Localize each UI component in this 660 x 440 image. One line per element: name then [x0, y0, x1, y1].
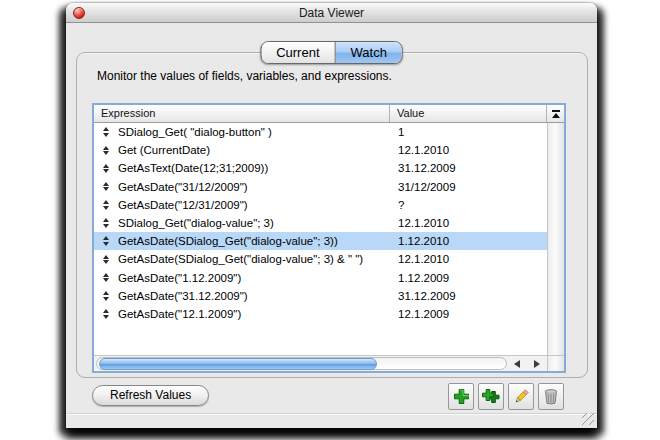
edit-expression-button[interactable] — [508, 383, 534, 410]
row-drag-icon[interactable] — [102, 146, 109, 156]
table-body: SDialog_Get( "dialog-button" ) 1 Get (Cu… — [94, 123, 547, 355]
add-multiple-expressions-button[interactable] — [478, 383, 504, 410]
table-row[interactable]: GetAsDate(SDialog_Get("dialog-value"; 3)… — [94, 232, 547, 250]
value-cell: 12.1.2010 — [398, 253, 547, 265]
row-drag-icon[interactable] — [102, 255, 109, 265]
value-cell: 1.12.2010 — [398, 235, 547, 247]
expression-cell: GetAsDate(SDialog_Get("dialog-value"; 3)… — [118, 235, 398, 247]
table-row[interactable]: GetAsText(Date(12;31;2009)) 31.12.2009 — [94, 159, 547, 177]
double-plus-icon — [482, 388, 501, 405]
expression-cell: GetAsDate("31/12/2009") — [118, 181, 398, 193]
data-viewer-window: Data Viewer Current Watch Monitor the va… — [66, 3, 597, 428]
plus-icon — [453, 388, 470, 405]
pencil-icon — [513, 388, 530, 405]
table-row[interactable]: GetAsDate("12.1.2009") 12.1.2009 — [94, 305, 547, 323]
expression-cell: GetAsText(Date(12;31;2009)) — [118, 162, 398, 174]
table-header: Expression Value — [94, 105, 564, 123]
table-row[interactable]: SDialog_Get("dialog-value"; 3) 12.1.2010 — [94, 214, 547, 232]
row-drag-icon[interactable] — [102, 127, 109, 137]
refresh-values-button[interactable]: Refresh Values — [92, 385, 209, 406]
column-header-expression[interactable]: Expression — [94, 105, 390, 122]
titlebar[interactable]: Data Viewer — [66, 3, 597, 23]
value-cell: ? — [398, 199, 547, 211]
scroll-left-button[interactable] — [507, 356, 527, 372]
tab-bar: Current Watch — [260, 41, 403, 64]
tab-watch[interactable]: Watch — [335, 42, 402, 63]
horizontal-scrollbar[interactable] — [94, 356, 507, 371]
row-drag-icon[interactable] — [102, 236, 109, 246]
scroll-right-button[interactable] — [527, 356, 547, 372]
value-cell: 1 — [398, 126, 547, 138]
add-expression-button[interactable] — [448, 383, 474, 410]
value-cell: 1.12.2009 — [398, 272, 547, 284]
column-header-value[interactable]: Value — [390, 105, 547, 122]
sort-corner-button[interactable] — [547, 105, 564, 122]
expression-cell: SDialog_Get( "dialog-button" ) — [118, 126, 398, 138]
trash-icon — [543, 388, 559, 405]
row-drag-icon[interactable] — [102, 200, 109, 210]
horizontal-scrollbar-row — [94, 355, 564, 371]
footer-divider — [66, 413, 597, 414]
table-row[interactable]: GetAsDate(SDialog_Get("dialog-value"; 3)… — [94, 250, 547, 268]
table-row[interactable]: GetAsDate("31.12.2009") 31.12.2009 — [94, 287, 547, 305]
value-cell: 12.1.2010 — [398, 144, 547, 156]
close-button[interactable] — [73, 7, 85, 19]
row-drag-icon[interactable] — [102, 182, 109, 192]
left-arrow-icon — [514, 360, 520, 368]
table-row[interactable]: GetAsDate("12/31/2009") ? — [94, 196, 547, 214]
value-cell: 31.12.2009 — [398, 162, 547, 174]
right-arrow-icon — [534, 360, 540, 368]
tab-current[interactable]: Current — [261, 42, 334, 63]
value-cell: 12.1.2009 — [398, 308, 547, 320]
expression-toolbar — [448, 383, 564, 410]
table-row[interactable]: GetAsDate("31/12/2009") 31/12/2009 — [94, 178, 547, 196]
row-drag-icon[interactable] — [102, 273, 109, 283]
expression-cell: SDialog_Get("dialog-value"; 3) — [118, 217, 398, 229]
sort-icon — [552, 110, 560, 118]
expression-cell: GetAsDate(SDialog_Get("dialog-value"; 3)… — [118, 253, 398, 265]
value-cell: 31/12/2009 — [398, 181, 547, 193]
row-drag-icon[interactable] — [102, 218, 109, 228]
expression-cell: GetAsDate("12/31/2009") — [118, 199, 398, 211]
value-cell: 12.1.2010 — [398, 217, 547, 229]
expression-cell: Get (CurrentDate) — [118, 144, 398, 156]
table-row[interactable]: SDialog_Get( "dialog-button" ) 1 — [94, 123, 547, 141]
delete-expression-button[interactable] — [538, 383, 564, 410]
row-drag-icon[interactable] — [102, 309, 109, 319]
value-cell: 31.12.2009 — [398, 290, 547, 302]
scrollbar-corner — [547, 356, 564, 371]
scrollbar-thumb[interactable] — [99, 358, 377, 370]
row-drag-icon[interactable] — [102, 164, 109, 174]
expression-cell: GetAsDate("31.12.2009") — [118, 290, 398, 302]
resize-grip[interactable] — [582, 413, 594, 425]
expression-cell: GetAsDate("12.1.2009") — [118, 308, 398, 320]
table-row[interactable]: GetAsDate("1.12.2009") 1.12.2009 — [94, 269, 547, 287]
expression-cell: GetAsDate("1.12.2009") — [118, 272, 398, 284]
table-row[interactable]: Get (CurrentDate) 12.1.2010 — [94, 141, 547, 159]
row-drag-icon[interactable] — [102, 291, 109, 301]
description-text: Monitor the values of fields, variables,… — [97, 69, 392, 83]
window-title: Data Viewer — [299, 6, 364, 20]
watch-expressions-table: Expression Value SDialog_Get( "dialog-bu… — [92, 103, 566, 373]
vertical-scrollbar[interactable] — [547, 123, 564, 355]
